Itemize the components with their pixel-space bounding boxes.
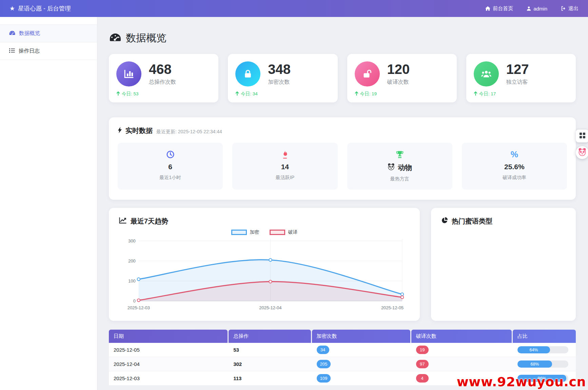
encrypt-badge: 205 [317, 360, 331, 368]
site-watermark: www.92wuyou.cn [457, 374, 586, 389]
lock-icon [235, 61, 260, 86]
ratio-progress-fill: 68% [517, 360, 552, 368]
app-brand[interactable]: ★ 星语心愿 - 后台管理 [9, 4, 71, 13]
stat-label: 独立访客 [506, 79, 529, 86]
stat-card-decrypt-count: 120 破译次数 今日: 19 [347, 54, 457, 102]
table-header-ratio: 占比 [513, 330, 576, 343]
svg-text:200: 200 [128, 258, 136, 264]
fire-icon [232, 150, 337, 159]
stat-value: 127 [506, 62, 529, 76]
legend-item-decrypt[interactable]: 破译 [270, 229, 298, 235]
navbar-links: 前台首页 admin 退出 [485, 5, 579, 12]
legend-swatch-encrypt [231, 230, 247, 235]
sidebar-item-label: 操作日志 [19, 47, 40, 55]
svg-text:2025-12-04: 2025-12-04 [259, 305, 281, 310]
mini-value: 14 [232, 163, 337, 171]
nav-logout[interactable]: 退出 [561, 5, 579, 12]
pie-chart-empty-area [441, 226, 566, 304]
grid-icon [580, 133, 585, 140]
logout-icon [561, 6, 566, 11]
mini-label: 破译成功率 [462, 175, 567, 181]
bolt-icon [118, 127, 122, 135]
dashboard-gauge-icon [9, 31, 15, 37]
table-row: 2025-12-04 302 205 97 68% [109, 357, 576, 371]
stat-today-label: 今日: 17 [479, 91, 496, 97]
bar-chart-icon [116, 61, 141, 86]
row-total: 302 [229, 361, 311, 367]
table-header-decrypt: 破译次数 [411, 330, 512, 343]
stat-today: 今日: 17 [474, 91, 568, 97]
table-header-row: 日期 总操作 加密次数 破译次数 占比 [109, 330, 576, 343]
stat-card-unique-visitors: 127 独立访客 今日: 17 [466, 54, 576, 102]
stat-today: 今日: 53 [116, 91, 211, 97]
mini-card-decrypt-success-rate: % 25.6% 破译成功率 [462, 143, 567, 190]
realtime-updated: 最近更新: 2025-12-05 22:34:44 [156, 129, 222, 135]
row-date: 2025-12-04 [109, 361, 228, 367]
encrypt-badge: 34 [317, 346, 329, 354]
ratio-progress-bar: 64% [517, 346, 568, 353]
grid-widget-button[interactable] [576, 130, 588, 142]
table-header-encrypt: 加密次数 [312, 330, 410, 343]
percent-icon: % [462, 150, 567, 159]
panda-widget-button[interactable] [576, 146, 588, 159]
mini-label: 最近1小时 [118, 175, 223, 181]
realtime-panel: 实时数据 最近更新: 2025-12-05 22:34:44 6 最近1小时 1… [109, 117, 576, 200]
stat-card-encrypt-count: 348 加密次数 今日: 34 [228, 54, 337, 102]
svg-text:2025-12-05: 2025-12-05 [381, 305, 404, 310]
trend-title: 最近7天趋势 [131, 217, 168, 226]
pie-title: 热门蜜语类型 [452, 217, 492, 226]
user-icon [527, 6, 531, 11]
sidebar-item-operation-log[interactable]: 操作日志 [0, 42, 97, 60]
main-content: 数据概览 468 总操作次数 今日: 53 [97, 17, 588, 390]
pie-chart-icon [441, 217, 448, 226]
row-date: 2025-12-03 [109, 375, 228, 381]
dashboard-gauge-icon [110, 33, 121, 44]
mini-value: 6 [118, 163, 223, 171]
svg-text:100: 100 [128, 278, 136, 284]
stat-label: 总操作次数 [149, 79, 176, 86]
arrow-up-icon [116, 91, 120, 97]
chart-legend: 加密 破译 [119, 229, 410, 235]
table-header-total: 总操作 [229, 330, 311, 343]
svg-text:0: 0 [133, 298, 136, 304]
panda-icon [387, 163, 395, 172]
decrypt-badge: 19 [416, 346, 429, 354]
nav-link-label: admin [533, 6, 547, 12]
list-icon [9, 48, 15, 54]
nav-frontend-home[interactable]: 前台首页 [485, 5, 513, 12]
table-header-date: 日期 [109, 330, 228, 343]
legend-label: 加密 [250, 229, 259, 235]
app-title: 星语心愿 - 后台管理 [18, 4, 71, 13]
stat-today-label: 今日: 19 [360, 91, 377, 97]
arrow-up-icon [355, 91, 358, 97]
realtime-title: 实时数据 [125, 126, 153, 135]
users-icon [474, 61, 499, 86]
trophy-icon [347, 150, 452, 159]
sidebar-item-label: 数据概览 [19, 30, 40, 37]
nav-link-label: 退出 [568, 5, 579, 12]
mini-label: 最活跃IP [232, 175, 337, 181]
stats-row: 468 总操作次数 今日: 53 348 加密次数 [109, 54, 576, 102]
trend-line-chart: 01002003002025-12-032025-12-042025-12-05 [119, 236, 410, 315]
legend-item-encrypt[interactable]: 加密 [231, 229, 259, 235]
mini-value: 25.6% [462, 163, 567, 171]
row-total: 113 [229, 375, 311, 381]
ratio-progress-fill: 64% [517, 346, 550, 353]
row-date: 2025-12-05 [109, 347, 228, 353]
stat-value: 348 [268, 62, 291, 76]
nav-user-admin[interactable]: admin [527, 5, 547, 12]
legend-swatch-decrypt [270, 230, 285, 235]
sidebar-item-data-overview[interactable]: 数据概览 [0, 25, 97, 42]
trend-chart-card: 最近7天趋势 加密 破译 01002003002025-12-032025-12… [109, 208, 420, 321]
star-icon: ★ [9, 5, 15, 12]
nav-link-label: 前台首页 [493, 5, 513, 12]
stat-card-total-operations: 468 总操作次数 今日: 53 [109, 54, 218, 102]
page-title-text: 数据概览 [126, 31, 166, 45]
panda-pink-icon [578, 148, 587, 157]
svg-text:2025-12-03: 2025-12-03 [128, 305, 150, 310]
stat-today: 今日: 34 [235, 91, 330, 97]
stat-today-label: 今日: 34 [241, 91, 258, 97]
stat-value: 120 [387, 62, 410, 76]
page-title: 数据概览 [110, 31, 576, 45]
stat-value: 468 [149, 62, 176, 76]
